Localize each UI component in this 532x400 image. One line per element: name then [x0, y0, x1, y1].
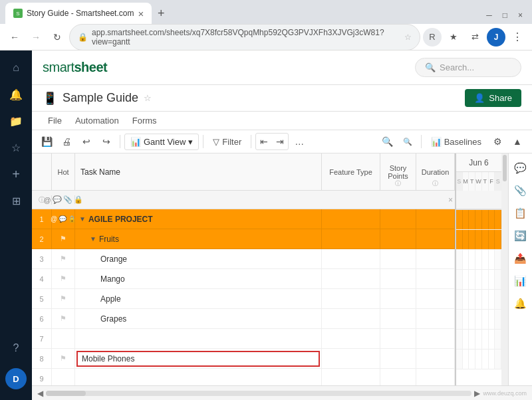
at-icon: @: [43, 196, 51, 204]
gantt-month: Jun 6: [469, 158, 488, 167]
logo: smartsheet: [43, 60, 107, 75]
view-selector[interactable]: 📊 Gantt View ▾: [124, 134, 199, 150]
profile-btn[interactable]: J: [487, 28, 505, 47]
sidebar-icon-folder[interactable]: 📁: [4, 109, 28, 133]
table-row[interactable]: 8 ⚑ Mobile Phones: [32, 349, 455, 369]
search-bar[interactable]: 🔍 Search...: [415, 58, 521, 77]
right-panel-bell-icon[interactable]: 🔔: [511, 294, 530, 313]
vertical-scrollbar[interactable]: [501, 153, 508, 385]
gantt-day-T1: T: [469, 172, 475, 191]
new-tab-btn[interactable]: +: [152, 4, 170, 23]
filter-btn[interactable]: ▽ Filter: [207, 134, 247, 150]
indent-btn[interactable]: ⇥: [272, 134, 288, 150]
browser-nav: ← → ↻ 🔒 app.smartsheet.com/sheets/xq7X8f…: [0, 24, 532, 50]
outdent-btn[interactable]: ⇤: [256, 134, 272, 150]
extension-R[interactable]: R: [423, 28, 442, 47]
sidebar-icon-star[interactable]: ☆: [4, 136, 28, 159]
menu-forms[interactable]: Forms: [127, 113, 162, 128]
info-icon-points: ⓘ: [395, 179, 401, 188]
address-bar[interactable]: 🔒 app.smartsheet.com/sheets/xq7X8fcr58VQ…: [69, 24, 420, 50]
baselines-btn[interactable]: 📊 Baselines: [426, 134, 487, 150]
secure-icon: 🔒: [78, 33, 88, 42]
row3-flag: ⚑: [60, 254, 66, 263]
view-label: Gantt View: [144, 137, 186, 147]
forward-btn[interactable]: →: [27, 28, 45, 47]
sidebar-icon-grid[interactable]: ⊞: [4, 189, 28, 213]
maximize-btn[interactable]: □: [499, 9, 511, 21]
row1-icons: @💬🔒: [51, 215, 76, 223]
sheet-star-icon[interactable]: ☆: [144, 93, 152, 103]
extension-star[interactable]: ★: [444, 28, 463, 47]
chat-icon: 💬: [53, 195, 62, 204]
print-btn[interactable]: 🖨: [57, 132, 76, 151]
extension-arrow[interactable]: ⇄: [466, 28, 484, 47]
browser-tab[interactable]: S Story Guide - Smartsheet.com ×: [5, 3, 152, 24]
settings-btn[interactable]: ⚙: [488, 132, 507, 151]
expand-icon-2[interactable]: ▼: [90, 235, 96, 243]
close-col-icon[interactable]: ×: [448, 195, 453, 205]
minimize-btn[interactable]: ─: [482, 9, 496, 21]
gantt-day-S2: S: [495, 172, 501, 191]
menu-file[interactable]: File: [43, 113, 67, 128]
share-button[interactable]: 👤 Share: [465, 89, 521, 107]
sidebar-icon-plus[interactable]: +: [4, 162, 28, 186]
col-header-rownum: [32, 153, 52, 190]
indent-btns: ⇤ ⇥: [255, 133, 289, 150]
back-btn[interactable]: ←: [5, 28, 24, 47]
save-btn[interactable]: 💾: [37, 132, 56, 151]
bookmark-icon[interactable]: ☆: [404, 33, 412, 42]
window-controls: ─ □ ×: [482, 9, 527, 21]
row6-task: Grapes: [79, 314, 126, 324]
refresh-btn[interactable]: ↻: [48, 28, 66, 47]
close-btn[interactable]: ×: [514, 9, 527, 21]
right-panel-upload-icon[interactable]: 📤: [511, 249, 530, 268]
scroll-left-btn[interactable]: ◀: [37, 389, 43, 398]
sidebar-icon-home[interactable]: ⌂: [4, 56, 28, 80]
table-row[interactable]: 4 ⚑ Mango: [32, 269, 455, 289]
table-row[interactable]: 5 ⚑ Apple: [32, 289, 455, 309]
sheet-title: Sample Guide: [63, 91, 138, 105]
row1-task: AGILE PROJECT: [88, 215, 153, 224]
gantt-header: Jun 6 S M T W T F S: [456, 153, 501, 210]
gantt-day-M: M: [463, 172, 469, 191]
undo-btn[interactable]: ↩: [77, 132, 96, 151]
url-text: app.smartsheet.com/sheets/xq7X8fcr58VQpq…: [92, 28, 396, 47]
sidebar-icon-bell[interactable]: 🔔: [4, 82, 28, 106]
right-panel-attach-icon[interactable]: 📎: [511, 181, 530, 200]
col-header-task: Task Name: [75, 153, 322, 190]
table-row[interactable]: 7: [32, 329, 455, 349]
grid-area: Hot Task Name Feature Type Story Points …: [32, 153, 532, 385]
attach-icon: 📎: [63, 195, 72, 204]
sidebar-icon-question[interactable]: ?: [4, 336, 28, 360]
right-panel-chart-icon[interactable]: 📊: [511, 272, 530, 290]
row2-flag: ⚑: [60, 235, 66, 243]
row6-flag: ⚑: [60, 314, 66, 323]
redo-btn[interactable]: ↪: [97, 132, 116, 151]
menu-automation[interactable]: Automation: [70, 113, 124, 128]
search-icon: 🔍: [425, 62, 436, 72]
more-btn[interactable]: …: [290, 132, 309, 151]
cell-editing[interactable]: Mobile Phones: [75, 349, 322, 368]
zoom-out-btn[interactable]: 🔍: [398, 132, 417, 151]
right-panel-chat-icon[interactable]: 💬: [511, 159, 530, 177]
collapse-btn[interactable]: ▲: [508, 132, 527, 151]
user-avatar[interactable]: D: [5, 368, 27, 389]
right-panel: 💬 📎 📋 🔄 📤 📊 🔔: [508, 153, 532, 385]
right-panel-history-icon[interactable]: 🔄: [511, 227, 530, 245]
row5-task: Apple: [79, 294, 121, 304]
sheet-icon: 📱: [43, 91, 57, 106]
expand-icon-1[interactable]: ▼: [79, 215, 86, 223]
tab-title: Story Guide - Smartsheet.com: [27, 9, 134, 18]
table-row[interactable]: 6 ⚑ Grapes: [32, 309, 455, 329]
zoom-in-btn[interactable]: 🔍: [378, 132, 397, 151]
scroll-track[interactable]: [46, 391, 471, 396]
table-row[interactable]: 3 ⚑ Orange: [32, 249, 455, 269]
scroll-right-btn[interactable]: ▶: [474, 389, 480, 398]
tab-close-btn[interactable]: ×: [138, 8, 144, 19]
app-header: smartsheet 🔍 Search...: [32, 50, 532, 85]
right-panel-sheet-icon[interactable]: 📋: [511, 204, 530, 223]
menu-bar: File Automation Forms: [32, 112, 532, 130]
more-btn[interactable]: ⋮: [508, 28, 527, 47]
col-headers: Hot Task Name Feature Type Story Points …: [32, 153, 455, 191]
table-row[interactable]: 9: [32, 369, 455, 385]
